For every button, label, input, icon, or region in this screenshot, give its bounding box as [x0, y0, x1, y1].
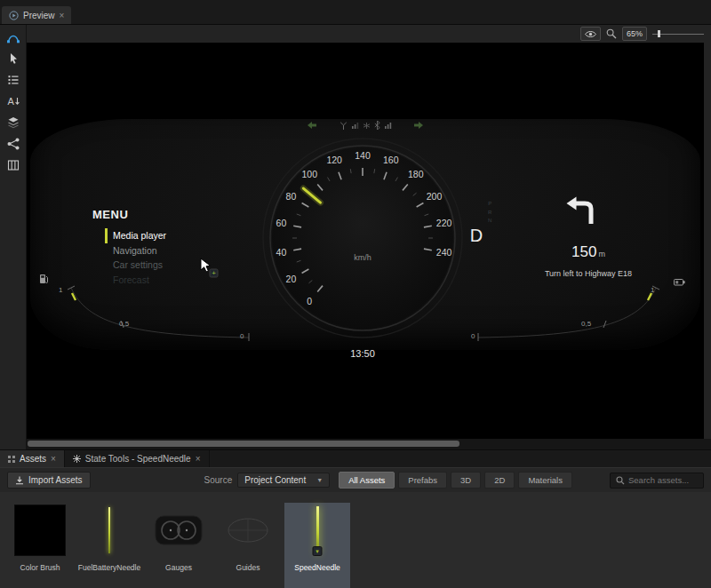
layers-tool-button[interactable]	[3, 113, 24, 131]
asterisk-icon	[363, 123, 370, 129]
assets-toolbar: Import Assets Source Project Content ▼ A…	[0, 467, 711, 492]
fuelbatteryneedle-thumbnail	[84, 505, 135, 556]
source-dropdown-value: Project Content	[244, 475, 306, 485]
svg-text:A: A	[7, 96, 14, 107]
source-dropdown[interactable]: Project Content ▼	[237, 473, 330, 488]
left-toolbar: A	[0, 25, 27, 449]
svg-text:100: 100	[301, 169, 317, 179]
tab-assets[interactable]: Assets ×	[0, 450, 65, 467]
asset-label: SpeedNeedle	[294, 563, 340, 572]
visibility-toggle-button[interactable]	[580, 27, 601, 41]
gauges-thumbnail	[153, 505, 204, 556]
bezier-tool-button[interactable]	[3, 28, 24, 46]
preview-canvas[interactable]: 020406080100120140160180200220240	[27, 43, 704, 439]
eye-icon	[585, 30, 596, 38]
signal-bars-small-icon	[352, 122, 359, 129]
nav-distance-value: 150	[571, 243, 596, 260]
assets-tab-label: Assets	[20, 454, 46, 464]
zoom-level-value[interactable]: 65%	[622, 27, 647, 41]
connections-tool-icon	[6, 137, 20, 151]
tab-state-tools-speedneedle[interactable]: State Tools - SpeedNeedle ×	[65, 450, 210, 467]
menu-item-car-settings[interactable]: Car settings	[105, 258, 166, 273]
layers-tool-icon	[6, 115, 20, 130]
gauge-unit-label: km/h	[336, 253, 389, 262]
bezier-tool-icon	[6, 30, 20, 44]
guides-thumbnail	[222, 505, 274, 556]
menu-title: MENU	[92, 208, 166, 221]
preview-tab-close-icon[interactable]: ×	[60, 11, 65, 20]
columns-tool-icon	[6, 158, 20, 172]
preview-tab-icon	[9, 11, 19, 20]
zoom-slider-handle[interactable]	[658, 30, 660, 37]
state-tools-tab-close-icon[interactable]: ×	[196, 454, 201, 464]
search-box[interactable]	[610, 473, 704, 489]
source-label: Source	[204, 475, 233, 485]
menu-item-media-player[interactable]: Media player	[105, 228, 166, 243]
zoom-slider[interactable]	[652, 28, 704, 39]
filter-prefabs-button[interactable]: Prefabs	[398, 472, 447, 489]
svg-text:200: 200	[427, 191, 443, 202]
asset-label: Color Brush	[20, 563, 60, 572]
columns-tool-button[interactable]	[3, 155, 24, 174]
assets-tab-close-icon[interactable]: ×	[51, 454, 56, 464]
list-tool-button[interactable]	[3, 70, 24, 89]
fuel-scale-label: 0	[240, 332, 244, 340]
list-tool-icon	[6, 73, 20, 87]
asset-gauges[interactable]: Gauges	[146, 503, 212, 588]
svg-text:+: +	[212, 269, 216, 277]
filter-3d-button[interactable]: 3D	[451, 472, 481, 489]
cluster-menu: MENU Media player Navigation Car setting…	[92, 208, 166, 287]
text-order-tool-button[interactable]: A	[3, 91, 24, 110]
state-tools-tab-label: State Tools - SpeedNeedle	[85, 454, 191, 464]
filter-2d-button[interactable]: 2D	[484, 472, 515, 489]
signal-bars-icon	[385, 122, 392, 129]
canvas-toolbar: 65%	[27, 25, 711, 43]
svg-text:20: 20	[286, 274, 297, 284]
import-assets-button[interactable]: Import Assets	[7, 472, 91, 489]
svg-text:240: 240	[436, 247, 452, 258]
asset-guides[interactable]: Guides	[215, 503, 281, 588]
battery-scale-label: 0	[471, 332, 475, 340]
asset-fuelbatteryneedle[interactable]: FuelBatteryNeedle	[76, 503, 142, 588]
bluetooth-icon	[374, 121, 380, 130]
search-input[interactable]	[628, 475, 698, 485]
turn-right-indicator-icon	[414, 122, 423, 129]
nav-distance: 150m	[531, 243, 645, 261]
zoom-magnifier-icon	[606, 28, 617, 39]
select-tool-icon	[6, 52, 20, 66]
svg-text:180: 180	[408, 169, 424, 179]
menu-item-forecast[interactable]: Forecast	[105, 273, 166, 288]
fuel-scale-label: 0,5	[119, 320, 129, 328]
battery-icon	[674, 274, 685, 290]
asset-label: Gauges	[165, 563, 192, 572]
turn-left-arrow-icon	[563, 194, 599, 229]
asset-color-brush[interactable]: Color Brush	[7, 503, 73, 588]
preview-tab[interactable]: Preview ×	[2, 6, 71, 24]
speedneedle-base-icon: ▾	[313, 546, 323, 556]
connections-tool-button[interactable]	[3, 134, 24, 153]
import-icon	[15, 476, 24, 485]
assets-grid: Color Brush FuelBatteryNeedle Gauges Gui…	[0, 492, 711, 588]
svg-text:220: 220	[436, 218, 452, 228]
horizontal-scrollbar-thumb[interactable]	[28, 441, 459, 447]
svg-text:60: 60	[276, 218, 287, 228]
svg-text:80: 80	[286, 191, 297, 202]
cluster-clock: 13:50	[327, 348, 398, 359]
state-tools-tab-icon	[73, 455, 81, 463]
turn-left-indicator-icon	[308, 122, 316, 129]
menu-item-navigation[interactable]: Navigation	[105, 243, 166, 258]
antenna-icon	[340, 122, 348, 130]
filter-materials-button[interactable]: Materials	[518, 472, 572, 489]
battery-scale-label: 0,5	[581, 320, 591, 328]
filter-all-assets-button[interactable]: All Assets	[339, 472, 395, 489]
asset-label: FuelBatteryNeedle	[78, 563, 140, 572]
svg-text:140: 140	[355, 150, 371, 161]
color-brush-thumbnail	[14, 505, 66, 556]
asset-label: Guides	[236, 563, 260, 572]
mouse-cursor: +	[199, 258, 220, 282]
select-tool-button[interactable]	[3, 49, 24, 68]
svg-text:0: 0	[307, 296, 312, 306]
asset-speedneedle[interactable]: ▾ SpeedNeedle	[284, 503, 350, 588]
horizontal-scrollbar[interactable]	[27, 439, 711, 449]
assets-tab-icon	[8, 456, 15, 463]
